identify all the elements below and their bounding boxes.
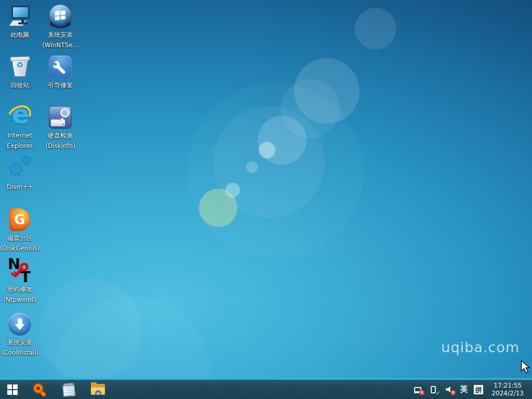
ime-pinyin-icon[interactable]: 拼 [474,385,483,394]
download-arrow-icon [7,312,32,337]
volume-muted-icon[interactable]: × [444,385,454,394]
notepad-button[interactable] [54,380,83,399]
lens-flare-circle [355,8,396,49]
desktop-icon-ntpwedit[interactable]: N T 密码修改 (Ntpwedit) [0,258,39,304]
desktop-background: 此电脑 系统安装 (WinNTSe... ♻ 回收站 [0,0,532,378]
desktop-icon-this-pc[interactable]: 此电脑 [0,3,39,39]
icon-label: 硬盘检测 [48,131,73,140]
mute-badge: × [450,390,456,395]
icon-label: 磁盘分区 [7,234,32,243]
usb-check-mark: ✓ [436,390,440,396]
desktop-icon-dism[interactable]: ⚙ ⚙ Dism++ [0,155,39,192]
notepad-icon [62,382,75,397]
icon-sublabel: (Ntpwedit) [3,296,36,304]
clock-time: 17:21:55 [491,382,524,390]
desktop-icon-internet-explorer[interactable]: e Internet Explorer [0,104,39,151]
gears-icon: ⚙ ⚙ [7,156,32,181]
windows-logo-icon [7,384,18,395]
icon-label: 此电脑 [10,31,29,39]
safely-remove-usb-icon[interactable]: ✓ [429,385,438,394]
network-disconnected-icon[interactable]: × [413,385,422,394]
desktop-icon-boot-repair[interactable]: 引导修复 [41,54,80,90]
search-icon [33,383,46,396]
nt-key-icon: N T [7,259,32,284]
icon-sublabel: (DiskGenius) [0,244,39,253]
hdd-magnifier-icon [48,105,73,130]
taskbar: × ✓ × 英 拼 17:21:55 2024/2/13 [0,378,532,399]
wrench-glyph [52,59,68,75]
folder-icon [91,384,105,395]
clock-date: 2024/2/13 [491,390,524,397]
desktop-icon-diskinfo[interactable]: 硬盘检测 (Diskinfo) [41,104,80,151]
diskgenius-icon: G [7,207,32,232]
input-language-indicator[interactable]: 英 [460,384,468,394]
file-explorer-button[interactable] [83,380,112,399]
desktop-icon-diskgenius[interactable]: G 磁盘分区 (DiskGenius) [0,206,39,253]
icon-sublabel: (WinNTSe... [42,41,78,50]
wrench-icon [48,55,73,79]
icon-label: 系统安装 [7,338,32,347]
search-everything-button[interactable] [25,380,54,399]
icon-label: 引导修复 [48,81,73,90]
desktop-icon-winntsetup[interactable]: 系统安装 (WinNTSe... [41,3,80,50]
system-tray: × ✓ × 英 拼 17:21:55 2024/2/13 [413,380,532,399]
taskbar-clock[interactable]: 17:21:55 2024/2/13 [489,382,526,397]
icon-sublabel: (Diskinfo) [45,142,75,151]
windows-button-icon [48,4,73,29]
desktop-icon-recycle-bin[interactable]: ♻ 回收站 [0,54,39,90]
screen: 此电脑 系统安装 (WinNTSe... ♻ 回收站 [0,0,532,399]
watermark: uqiba.com [441,339,520,355]
lens-flare-circle [199,189,237,227]
icon-label: Internet [7,131,32,140]
lens-flare-circle [246,162,258,173]
start-button[interactable] [0,380,25,399]
icon-label: Dism++ [7,183,33,192]
this-pc-icon [7,4,32,29]
icon-sublabel: (CoolInstall) [1,349,38,357]
desktop-icon-coolinstall[interactable]: 系统安装 (CoolInstall) [0,311,39,357]
icon-sublabel: Explorer [7,142,33,151]
icon-label: 密码修改 [7,285,32,294]
lens-flare-circle [259,142,275,158]
recycle-bin-icon: ♻ [7,55,32,79]
ie-icon: e [7,105,32,130]
icon-label: 系统安装 [48,31,73,39]
network-error-badge: × [419,390,424,395]
icon-label: 回收站 [10,81,29,90]
